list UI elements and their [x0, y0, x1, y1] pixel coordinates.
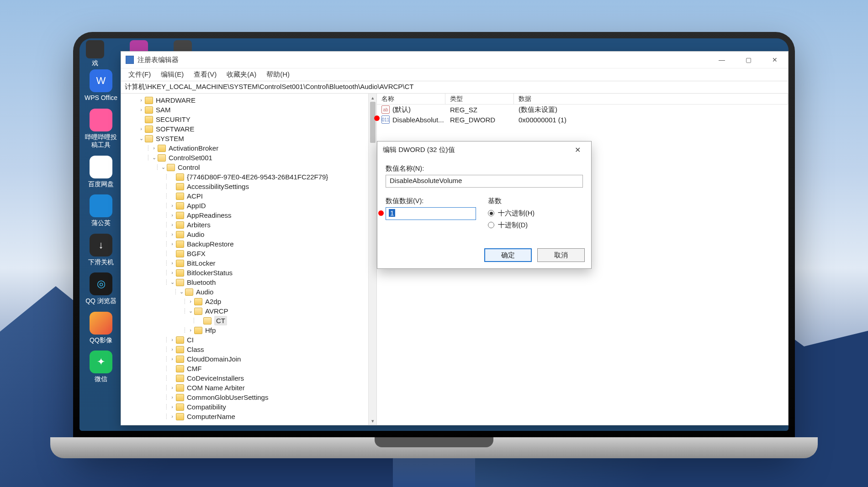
value-list-pane: 名称 类型 数据 ab(默认) REG_SZ (数值未设置) 011Disabl…	[377, 94, 788, 425]
tree-node-bitlockerstatus[interactable]: ┊›BitlockerStatus	[125, 268, 376, 278]
menu-favorites[interactable]: 收藏夹(A)	[222, 69, 261, 80]
desktop-icon-baidu[interactable]: 百度网盘	[83, 156, 119, 189]
menu-help[interactable]: 帮助(H)	[262, 69, 294, 80]
tree-node-bt-audio[interactable]: ┊⌄Audio	[125, 287, 376, 297]
folder-icon	[176, 231, 184, 238]
window-minimize-button[interactable]: —	[709, 52, 735, 68]
value-data-label: 数值数据(V):	[386, 197, 476, 205]
tree-node-bluetooth[interactable]: ┊⌄Bluetooth	[125, 278, 376, 287]
tree-label: AppID	[187, 201, 206, 210]
window-title: 注册表编辑器	[138, 56, 179, 64]
tree-node-bgfx[interactable]: ┊ BGFX	[125, 249, 376, 258]
tree-node-avrcp[interactable]: ┊⌄AVRCP	[125, 306, 376, 316]
value-list-header[interactable]: 名称 类型 数据	[377, 94, 788, 105]
menu-edit[interactable]: 编辑(E)	[156, 69, 188, 80]
window-close-button[interactable]: ✕	[762, 52, 788, 68]
tree-node-compatibility[interactable]: ┊›Compatibility	[125, 402, 376, 412]
value-data: 0x00000001 (1)	[514, 116, 788, 124]
tree-node-appreadiness[interactable]: ┊›AppReadiness	[125, 210, 376, 220]
tree-label: Audio	[196, 287, 213, 297]
tree-label: {7746D80F-97E0-4E26-9543-26B41FC22F79}	[187, 172, 328, 182]
scroll-thumb[interactable]	[370, 102, 376, 143]
tree-node-hardware[interactable]: ›HARDWARE	[125, 95, 376, 105]
tree-node-computername[interactable]: ┊›ComputerName	[125, 412, 376, 421]
desktop-icon-label: 戏	[92, 59, 98, 67]
desktop-icon-pgy[interactable]: 蒲公英	[83, 194, 119, 227]
tree-node-activationbroker[interactable]: ┊›ActivationBroker	[125, 143, 376, 153]
desktop-icon-wps[interactable]: WWPS Office	[83, 69, 119, 102]
menu-view[interactable]: 查看(V)	[189, 69, 221, 80]
radio-label: 十进制(D)	[498, 221, 528, 230]
folder-icon	[158, 145, 166, 152]
tree-node-security[interactable]: SECURITY	[125, 115, 376, 124]
col-type[interactable]: 类型	[445, 94, 514, 104]
desktop-icon-game[interactable]: 戏	[84, 40, 106, 68]
value-row-disableabsolute[interactable]: 011DisableAbsolut... REG_DWORD 0x0000000…	[377, 115, 788, 125]
value-row-default[interactable]: ab(默认) REG_SZ (数值未设置)	[377, 105, 788, 115]
value-data-field[interactable]: 1	[386, 207, 476, 220]
tree-node-control[interactable]: ┊⌄Control	[125, 162, 376, 172]
regedit-window: 注册表编辑器 — ▢ ✕ 文件(F) 编辑(E) 查看(V) 收藏夹(A) 帮助…	[121, 51, 789, 425]
cancel-button[interactable]: 取消	[537, 248, 585, 262]
tree-scrollbar[interactable]: ▴ ▾	[368, 94, 376, 425]
tree-node-guid[interactable]: ┊ {7746D80F-97E0-4E26-9543-26B41FC22F79}	[125, 172, 376, 182]
scroll-up-icon[interactable]: ▴	[369, 94, 377, 102]
tree-node-controlset001[interactable]: ┊⌄ControlSet001	[125, 153, 376, 162]
tree-node-audio-top[interactable]: ┊›Audio	[125, 230, 376, 239]
address-bar[interactable]: 计算机\HKEY_LOCAL_MACHINE\SYSTEM\ControlSet…	[121, 81, 788, 94]
col-data[interactable]: 数据	[514, 94, 788, 104]
tree-node-sam[interactable]: ›SAM	[125, 105, 376, 115]
tree-node-codeviceinstallers[interactable]: ┊ CoDeviceInstallers	[125, 373, 376, 383]
folder-icon	[176, 183, 184, 190]
tree-node-ci[interactable]: ┊›CI	[125, 335, 376, 345]
value-name: DisableAbsolut...	[392, 116, 444, 124]
tree-node-appid[interactable]: ┊›AppID	[125, 201, 376, 210]
desktop-icon-label: 蒲公英	[91, 219, 111, 226]
col-name[interactable]: 名称	[377, 94, 445, 104]
tree-node-comnamearbiter[interactable]: ┊›COM Name Arbiter	[125, 383, 376, 393]
tree-node-class[interactable]: ┊›Class	[125, 345, 376, 354]
radio-hex[interactable]: 十六进制(H)	[488, 207, 583, 219]
tree-node-cmf[interactable]: ┊ CMF	[125, 364, 376, 373]
tree-node-clouddomainjoin[interactable]: ┊›CloudDomainJoin	[125, 354, 376, 364]
dialog-titlebar[interactable]: 编辑 DWORD (32 位)值 ✕	[377, 141, 591, 158]
tree-node-a2dp[interactable]: ┊›A2dp	[125, 297, 376, 306]
desktop-icon-qqbrowser[interactable]: ◎QQ 浏览器	[83, 272, 119, 305]
folder-icon	[158, 154, 166, 162]
reg-sz-icon: ab	[381, 105, 390, 114]
tree-node-commonglob[interactable]: ┊›CommonGlobUserSettings	[125, 393, 376, 402]
tree-label: AVRCP	[205, 306, 228, 316]
tree-node-arbiters[interactable]: ┊›Arbiters	[125, 220, 376, 230]
tree-node-hfp[interactable]: ┊›Hfp	[125, 325, 376, 335]
tree-node-ct[interactable]: ┊ CT	[125, 316, 376, 325]
menu-file[interactable]: 文件(F)	[124, 69, 155, 80]
tree-node-acpi[interactable]: ┊ ACPI	[125, 191, 376, 201]
tree-node-system[interactable]: ⌄SYSTEM	[125, 134, 376, 143]
tree-label: Hfp	[205, 325, 216, 335]
desktop-icon-wechat[interactable]: ✦微信	[83, 351, 119, 383]
tree-label: AppReadiness	[187, 210, 232, 220]
desktop-icon-shutdown[interactable]: ↓下滑关机	[83, 234, 119, 267]
folder-icon	[176, 241, 184, 248]
tree-label-selected: CT	[214, 316, 227, 325]
scroll-down-icon[interactable]: ▾	[369, 417, 377, 425]
window-titlebar[interactable]: 注册表编辑器 — ▢ ✕	[121, 52, 788, 68]
tree-label: CommonGlobUserSettings	[187, 393, 268, 402]
dialog-close-button[interactable]: ✕	[569, 146, 586, 154]
radio-dec[interactable]: 十进制(D)	[488, 219, 583, 231]
tree-label: CloudDomainJoin	[187, 354, 241, 364]
tree-node-bitlocker[interactable]: ┊›BitLocker	[125, 258, 376, 268]
desktop-icon-qqimage[interactable]: QQ影像	[83, 312, 119, 345]
value-name-field[interactable]: DisableAbsoluteVolume	[386, 175, 583, 188]
radio-icon	[488, 222, 494, 228]
window-maximize-button[interactable]: ▢	[735, 52, 762, 68]
tree-label: ActivationBroker	[169, 143, 218, 153]
value-type: REG_DWORD	[445, 116, 514, 124]
tree-node-backuprestore[interactable]: ┊›BackupRestore	[125, 239, 376, 249]
ok-button[interactable]: 确定	[484, 248, 532, 262]
folder-icon	[176, 384, 184, 392]
desktop-icon-bilibili[interactable]: 哔哩哔哩投稿工具	[83, 109, 119, 149]
tree-node-software[interactable]: ›SOFTWARE	[125, 124, 376, 134]
tree-node-accessibility[interactable]: ┊ AccessibilitySettings	[125, 182, 376, 191]
registry-tree[interactable]: ›HARDWARE ›SAM SECURITY ›SOFTWARE ⌄SYSTE…	[121, 94, 376, 423]
